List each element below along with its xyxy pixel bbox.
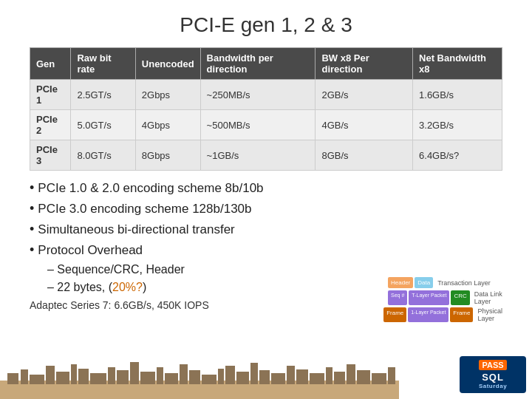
transaction-layer-row: Header Data Transaction Layer [347, 277, 502, 288]
table-cell: 2.5GT/s [71, 80, 135, 110]
bullet-item: PCIe 1.0 & 2.0 encoding scheme 8b/10b [30, 178, 502, 199]
svg-rect-9 [108, 367, 115, 384]
diagram-box: Header Data Transaction Layer Seq # T-La… [347, 277, 502, 355]
table-cell: 4Gbps [135, 110, 200, 140]
physical-layer-label-right: Physical Layer [477, 307, 502, 322]
table-row: PCIe 12.5GT/s2Gbps~250MB/s2GB/s1.6GB/s [30, 80, 502, 110]
svg-rect-13 [157, 367, 163, 384]
data-block: Data [415, 277, 433, 288]
physical-layer-row: Frame 1-Layer Packet Frame Physical Laye… [347, 307, 502, 322]
table-cell: 8GB/s [316, 140, 413, 171]
svg-rect-26 [310, 373, 324, 384]
table-header-row: Gen Raw bit rate Unencoded Bandwidth per… [30, 48, 502, 80]
frame-block: Frame [383, 307, 406, 322]
table-cell: 8Gbps [135, 140, 200, 171]
table-cell: PCIe 3 [30, 140, 71, 171]
table-cell: 1.6GB/s [413, 80, 502, 110]
dlpacket-block: 1-Layer Packet [408, 307, 449, 322]
svg-rect-25 [296, 369, 308, 384]
svg-rect-18 [218, 369, 224, 384]
svg-rect-11 [130, 362, 139, 384]
col-gen: Gen [30, 48, 71, 80]
svg-rect-10 [117, 370, 129, 384]
svg-rect-5 [56, 372, 69, 384]
table-cell: ~250MB/s [200, 80, 316, 110]
transaction-blocks: Header Data Transaction Layer [388, 277, 502, 288]
table-cell: 3.2GB/s [413, 110, 502, 140]
svg-rect-30 [357, 370, 370, 384]
header-block: Header [388, 277, 413, 288]
svg-rect-21 [250, 363, 258, 384]
svg-rect-3 [30, 375, 44, 384]
svg-rect-19 [225, 366, 235, 384]
table-row: PCIe 38.0GT/s8Gbps~1GB/s8GB/s6.4GB/s? [30, 140, 502, 171]
svg-rect-28 [334, 372, 345, 384]
table-row: PCIe 25.0GT/s4Gbps~500MB/s4GB/s3.2GB/s [30, 110, 502, 140]
sql-saturday-logo: PASS SQL Saturday [460, 356, 526, 393]
sub-bullet-1: Sequence/CRC, Header [47, 261, 502, 279]
svg-rect-23 [271, 373, 285, 384]
bullet-item: Simultaneous bi-directional transfer [30, 219, 502, 240]
svg-rect-8 [90, 373, 106, 384]
tlpacket-block: T-Layer Packet [409, 290, 449, 305]
svg-rect-27 [326, 367, 332, 384]
table-cell: ~500MB/s [200, 110, 316, 140]
col-bandwidth: Bandwidth per direction [200, 48, 316, 80]
table-cell: ~1GB/s [200, 140, 316, 171]
svg-rect-6 [71, 364, 77, 384]
transaction-layer-label-right: Transaction Layer [437, 279, 491, 287]
svg-rect-7 [78, 369, 89, 384]
svg-rect-22 [259, 370, 270, 384]
bullet-item: PCIe 3.0 encoding scheme 128b/130b [30, 199, 502, 219]
highlight-percentage: 20%? [112, 281, 143, 293]
table-cell: PCIe 1 [30, 80, 71, 110]
bullet-list: PCIe 1.0 & 2.0 encoding scheme 8b/10bPCI… [30, 178, 502, 261]
data-table-container: Gen Raw bit rate Unencoded Bandwidth per… [30, 47, 502, 171]
table-cell: 8.0GT/s [71, 140, 135, 171]
svg-rect-14 [165, 373, 178, 384]
col-unencoded: Unencoded [135, 48, 200, 80]
svg-rect-29 [347, 364, 355, 384]
table-cell: 6.4GB/s? [413, 140, 502, 171]
svg-rect-32 [388, 367, 395, 384]
col-rawbit: Raw bit rate [71, 48, 135, 80]
col-netbw: Net Bandwidth x8 [413, 48, 502, 80]
page-title: PCI-E gen 1, 2 & 3 [0, 0, 532, 47]
svg-rect-31 [372, 373, 386, 384]
table-cell: PCIe 2 [30, 110, 71, 140]
logo-saturday: Saturday [479, 383, 507, 389]
logo-pass: PASS [479, 360, 506, 370]
svg-rect-15 [180, 364, 188, 384]
table-cell: 2Gbps [135, 80, 200, 110]
svg-rect-2 [21, 369, 28, 384]
svg-rect-16 [189, 370, 200, 384]
diagram-area: Header Data Transaction Layer Seq # T-La… [347, 277, 502, 355]
table-cell: 5.0GT/s [71, 110, 135, 140]
bullet-item: Protocol Overhead [30, 240, 502, 261]
svg-rect-17 [202, 375, 216, 384]
physical-blocks: Frame 1-Layer Packet Frame Physical Laye… [383, 307, 502, 322]
datalink-layer-row: Seq # T-Layer Packet CRC Data Link Layer [347, 290, 502, 305]
svg-rect-12 [140, 372, 155, 384]
svg-rect-24 [287, 366, 295, 384]
logo-sql: SQL [482, 372, 504, 383]
seq-block: Seq # [388, 290, 407, 305]
table-cell: 2GB/s [316, 80, 413, 110]
crc-block: CRC [451, 290, 469, 305]
svg-rect-4 [46, 366, 55, 384]
pcie-table: Gen Raw bit rate Unencoded Bandwidth per… [30, 47, 502, 171]
table-cell: 4GB/s [316, 110, 413, 140]
datalink-blocks: Seq # T-Layer Packet CRC Data Link Layer [388, 290, 502, 305]
svg-rect-1 [7, 373, 18, 384]
datalink-layer-label-right: Data Link Layer [474, 290, 502, 305]
cityscape [0, 358, 399, 399]
frame2-block: Frame [450, 307, 473, 322]
svg-rect-20 [236, 372, 249, 384]
col-bwx8: BW x8 Per direction [316, 48, 413, 80]
